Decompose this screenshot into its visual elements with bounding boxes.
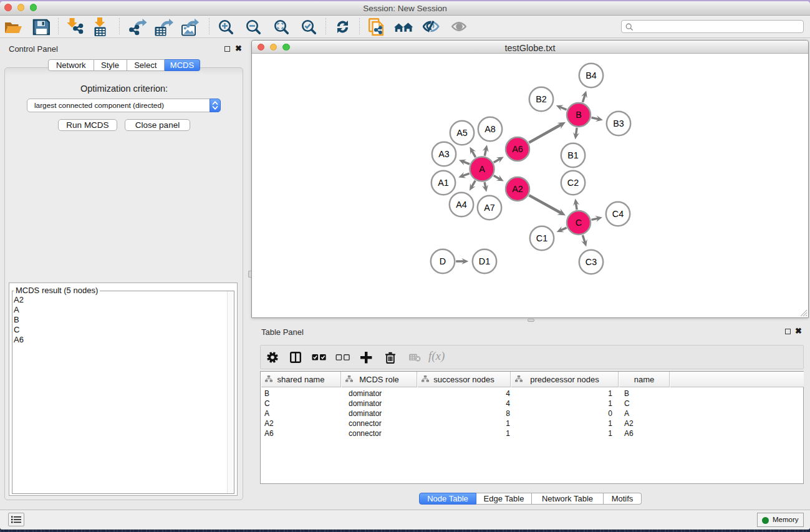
svg-text:C2: C2 [567,178,579,188]
svg-text:A4: A4 [456,200,467,210]
svg-text:A7: A7 [484,203,495,213]
svg-text:B: B [576,110,582,120]
svg-text:C1: C1 [536,233,547,243]
svg-text:A6: A6 [512,144,523,154]
svg-text:A1: A1 [438,178,449,188]
svg-text:B1: B1 [567,150,579,160]
svg-text:B3: B3 [613,118,624,128]
svg-text:A3: A3 [438,149,450,159]
svg-text:D1: D1 [479,256,490,266]
svg-text:C3: C3 [586,257,597,267]
svg-text:B4: B4 [586,70,597,80]
svg-text:A2: A2 [512,184,523,194]
svg-text:A8: A8 [485,124,496,134]
svg-text:A: A [479,164,485,174]
svg-text:C: C [576,218,582,228]
svg-text:A5: A5 [456,128,468,138]
svg-text:B2: B2 [536,94,547,104]
svg-text:C4: C4 [612,209,624,219]
svg-text:D: D [440,256,446,266]
